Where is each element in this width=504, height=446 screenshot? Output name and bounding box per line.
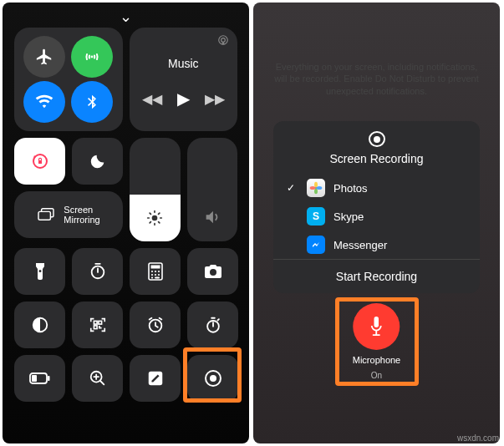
watermark-text: wsxdn.com — [457, 433, 499, 443]
screen-mirroring-icon — [37, 207, 55, 222]
svg-rect-4 — [38, 160, 42, 164]
svg-rect-27 — [32, 375, 37, 382]
play-icon[interactable]: ▶ — [177, 89, 190, 109]
svg-rect-18 — [155, 276, 160, 278]
control-center-panel: ⌄ — [3, 3, 249, 443]
check-icon: ✓ — [287, 182, 298, 194]
photos-app-icon — [307, 179, 325, 197]
svg-point-14 — [150, 274, 152, 276]
microphone-icon — [367, 315, 385, 338]
svg-point-12 — [154, 271, 155, 272]
airplane-icon — [35, 48, 53, 66]
stopwatch-icon — [204, 316, 222, 334]
recording-notice-text: Everything on your screen, including not… — [270, 61, 483, 97]
svg-rect-37 — [374, 317, 379, 327]
screen-record-icon — [203, 368, 223, 388]
next-track-icon[interactable]: ▶▶ — [205, 91, 225, 107]
do-not-disturb-toggle[interactable] — [72, 138, 123, 185]
messenger-app-icon — [307, 236, 325, 254]
music-tile[interactable]: Music ◀◀ ▶ ▶▶ — [130, 28, 237, 131]
brightness-icon — [146, 210, 163, 226]
option-label: Messenger — [333, 239, 387, 251]
volume-slider[interactable] — [187, 138, 238, 241]
svg-point-2 — [221, 38, 226, 43]
low-power-icon — [29, 373, 51, 384]
svg-rect-10 — [150, 266, 160, 269]
skype-app-icon: S — [307, 207, 325, 226]
calculator-button[interactable] — [130, 248, 181, 295]
svg-point-31 — [210, 375, 216, 382]
screen-mirroring-label: Screen Mirroring — [64, 205, 99, 225]
svg-point-13 — [157, 271, 159, 272]
low-power-button[interactable] — [14, 355, 65, 402]
dark-mode-icon — [31, 316, 49, 334]
chevron-down-icon: ⌄ — [120, 8, 132, 26]
record-icon — [369, 131, 385, 147]
qr-scan-icon — [89, 316, 107, 334]
svg-point-16 — [157, 274, 159, 276]
svg-rect-22 — [94, 326, 97, 329]
svg-point-17 — [150, 276, 152, 278]
airplay-icon[interactable] — [217, 34, 229, 46]
screen-recording-panel: Everything on your screen, including not… — [253, 3, 500, 443]
microphone-label: Microphone — [353, 355, 400, 366]
microphone-group: Microphone On — [353, 303, 400, 380]
orientation-lock-toggle[interactable] — [14, 138, 65, 185]
stopwatch-button[interactable] — [187, 302, 238, 348]
screen-mirroring-button[interactable]: Screen Mirroring — [14, 191, 123, 238]
magnifier-icon — [89, 369, 107, 388]
bluetooth-icon — [84, 94, 100, 110]
start-recording-button[interactable]: Start Recording — [273, 260, 480, 293]
flashlight-icon — [33, 261, 47, 281]
alarm-icon — [146, 316, 165, 334]
calculator-icon — [148, 262, 163, 281]
cellular-icon — [82, 47, 102, 67]
camera-icon — [203, 263, 223, 280]
svg-point-34 — [314, 189, 318, 195]
dark-mode-button[interactable] — [14, 302, 65, 348]
svg-point-15 — [154, 274, 155, 276]
bluetooth-toggle[interactable] — [71, 81, 113, 123]
svg-point-11 — [150, 271, 152, 272]
svg-rect-20 — [94, 321, 97, 324]
volume-icon — [203, 208, 221, 226]
dnd-moon-icon — [89, 152, 107, 170]
svg-rect-21 — [98, 321, 101, 324]
svg-rect-26 — [48, 376, 50, 381]
screen-recording-modal: Screen Recording ✓ Photos S Skype — [273, 121, 480, 293]
camera-button[interactable] — [187, 248, 238, 295]
svg-point-36 — [317, 186, 323, 190]
svg-point-33 — [314, 182, 318, 188]
destination-option-skype[interactable]: S Skype — [273, 202, 480, 231]
wifi-toggle[interactable] — [23, 81, 65, 123]
prev-track-icon[interactable]: ◀◀ — [142, 91, 162, 107]
destination-option-photos[interactable]: ✓ Photos — [273, 174, 480, 202]
svg-point-0 — [91, 56, 94, 58]
connectivity-group — [14, 28, 123, 131]
microphone-state: On — [371, 371, 382, 380]
notes-compose-button[interactable] — [130, 355, 181, 402]
flashlight-button[interactable] — [14, 248, 65, 295]
alarm-button[interactable] — [130, 302, 181, 348]
music-title: Music — [168, 57, 199, 70]
svg-rect-6 — [38, 211, 50, 220]
destination-option-messenger[interactable]: Messenger — [273, 231, 480, 259]
destination-list: ✓ Photos S Skype Messenger — [273, 174, 480, 259]
option-label: Photos — [333, 182, 367, 195]
timer-icon — [89, 262, 107, 281]
wifi-icon — [35, 93, 53, 111]
cellular-data-toggle[interactable] — [71, 36, 113, 78]
magnifier-button[interactable] — [72, 355, 123, 402]
svg-point-7 — [152, 215, 158, 221]
notes-compose-icon — [146, 369, 165, 388]
svg-point-35 — [310, 186, 316, 190]
microphone-toggle[interactable] — [353, 303, 400, 350]
modal-title: Screen Recording — [329, 152, 423, 165]
brightness-slider[interactable] — [130, 138, 181, 241]
airplane-mode-toggle[interactable] — [23, 36, 65, 78]
orientation-lock-icon — [30, 151, 50, 171]
option-label: Skype — [333, 210, 364, 223]
timer-button[interactable] — [72, 248, 123, 295]
screen-record-button[interactable] — [187, 355, 238, 402]
qr-scan-button[interactable] — [72, 302, 123, 348]
